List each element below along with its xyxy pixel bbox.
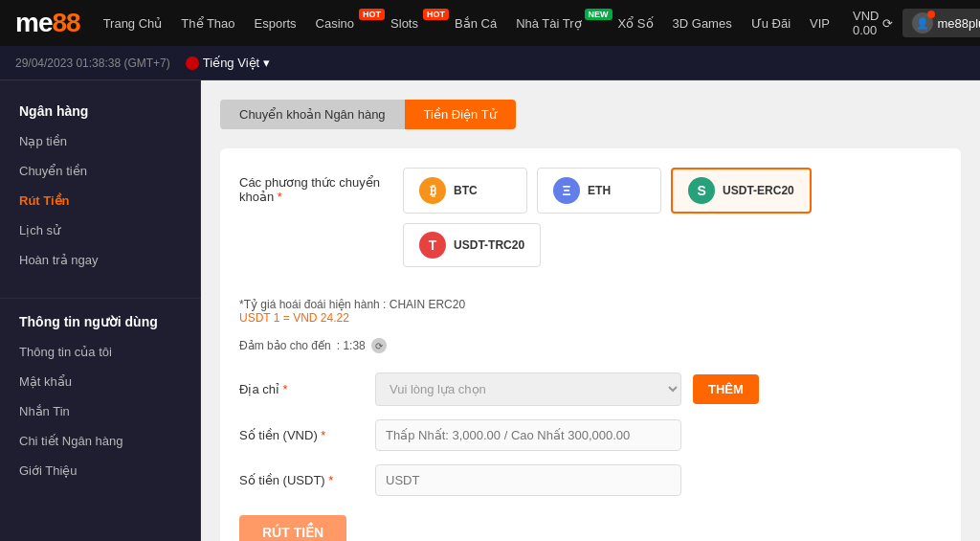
- refresh-icon[interactable]: ⟳: [371, 338, 387, 353]
- tab-bank-transfer[interactable]: Chuyển khoản Ngân hàng: [220, 100, 405, 129]
- main-layout: Ngân hàng Nạp tiền Chuyển tiền Rút Tiền …: [0, 80, 980, 541]
- nav-right: VND 0.00 ⟳ 👤 me88plus ▾ ⋮⋮ NẠP TIỀN ĐĂNG…: [853, 2, 980, 44]
- bank-section: Ngân hàng Nạp tiền Chuyển tiền Rút Tiền …: [0, 96, 200, 275]
- content-area: Chuyển khoản Ngân hàng Tiền Điện Tử Các …: [201, 80, 980, 541]
- sidebar-item-nhan-tin[interactable]: Nhắn Tin: [0, 396, 200, 426]
- submit-row: RÚT TIỀN: [239, 509, 942, 541]
- bank-section-title: Ngân hàng: [0, 96, 200, 126]
- nav-esports[interactable]: Esports: [255, 16, 297, 31]
- nav-ban-ca[interactable]: Bắn Cá: [455, 16, 497, 31]
- crypto-eth[interactable]: Ξ ETH: [537, 168, 661, 214]
- usdt-erc20-label: USDT-ERC20: [723, 184, 794, 197]
- top-nav: me88 Trang Chủ Thể Thao Esports Casino H…: [0, 0, 980, 46]
- btc-label: BTC: [454, 184, 478, 197]
- nav-3d-games[interactable]: 3D Games: [673, 16, 732, 31]
- tab-crypto[interactable]: Tiền Điện Tử: [405, 100, 516, 129]
- crypto-options: ₿ BTC Ξ ETH S USDT-ERC20 T USDT-TRC20: [403, 168, 942, 267]
- rate-value: USDT 1 = VND 24.22: [239, 311, 942, 325]
- so-tien-vnd-label: Số tiền (VND) *: [239, 428, 364, 442]
- language-label: Tiếng Việt: [203, 56, 259, 70]
- address-row: Địa chỉ * Vui lòng lựa chọn THÊM: [239, 372, 942, 406]
- lang-chevron-icon: ▾: [263, 56, 270, 70]
- rate-note-text: *Tỷ giá hoái đoái hiện hành : CHAIN ERC2…: [239, 298, 942, 311]
- eth-label: ETH: [588, 184, 611, 197]
- crypto-btc[interactable]: ₿ BTC: [403, 168, 527, 214]
- address-label: Địa chỉ *: [239, 382, 364, 396]
- guarantee-time: : 1:38: [337, 339, 366, 352]
- tab-bar: Chuyển khoản Ngân hàng Tiền Điện Tử: [220, 100, 961, 129]
- flag-icon: [186, 56, 199, 70]
- nav-slots[interactable]: Slots HOT: [390, 16, 435, 31]
- crypto-section-label: Các phương thức chuyển khoản *: [239, 168, 388, 204]
- crypto-usdt-erc20[interactable]: S USDT-ERC20: [671, 168, 812, 214]
- address-select[interactable]: Vui lòng lựa chọn: [375, 372, 681, 406]
- so-tien-vnd-input[interactable]: [375, 419, 681, 451]
- user-badge: 👤: [912, 12, 933, 34]
- user-menu-button[interactable]: 👤 me88plus ▾: [902, 9, 980, 37]
- datetime-display: 29/04/2023 01:38:38 (GMT+7): [15, 56, 170, 70]
- so-tien-usdt-input[interactable]: [375, 464, 681, 496]
- sidebar-divider: [0, 298, 200, 299]
- so-tien-vnd-row: Số tiền (VND) *: [239, 419, 942, 451]
- guarantee-label: Đảm bảo cho đến: [239, 339, 331, 352]
- nav-vip[interactable]: VIP: [810, 16, 830, 31]
- slots-badge: HOT: [423, 9, 449, 20]
- user-section-title: Thông tin người dùng: [0, 306, 200, 337]
- sidebar-item-nap-tien[interactable]: Nạp tiền: [0, 126, 200, 156]
- sidebar-item-thong-tin-cua-toi[interactable]: Thông tin của tôi: [0, 337, 200, 367]
- nav-links: Trang Chủ Thể Thao Esports Casino HOT Sl…: [103, 16, 830, 31]
- sidebar-item-chi-tiet-ngan-hang[interactable]: Chi tiết Ngân hàng: [0, 426, 200, 456]
- btc-icon: ₿: [419, 177, 446, 204]
- sidebar-item-mat-khau[interactable]: Mật khẩu: [0, 367, 200, 396]
- nav-the-thao[interactable]: Thể Thao: [181, 16, 234, 31]
- balance-icon: ⟳: [882, 16, 893, 31]
- guarantee-row: Đảm bảo cho đến : 1:38 ⟳: [239, 338, 942, 353]
- usdt-erc-icon: S: [688, 177, 715, 204]
- secondary-bar: 29/04/2023 01:38:38 (GMT+7) Tiếng Việt ▾: [0, 46, 980, 80]
- sidebar-item-lich-su[interactable]: Lịch sử: [0, 215, 200, 245]
- sidebar-item-rut-tien[interactable]: Rút Tiền: [0, 186, 200, 215]
- rut-tien-button[interactable]: RÚT TIỀN: [239, 515, 346, 541]
- form-section: Các phương thức chuyển khoản * ₿ BTC Ξ E…: [220, 148, 961, 541]
- sidebar-item-chuyen-tien[interactable]: Chuyển tiền: [0, 156, 200, 186]
- them-button[interactable]: THÊM: [693, 374, 759, 404]
- username-label: me88plus: [937, 16, 980, 31]
- nav-nha-tai-tro[interactable]: Nhà Tài Trợ NEW: [516, 16, 598, 31]
- required-star: *: [278, 190, 282, 204]
- nav-xo-so[interactable]: Xổ Số: [618, 16, 654, 31]
- sidebar-item-gioi-thieu[interactable]: Giới Thiệu: [0, 456, 200, 485]
- nha-tai-tro-badge: NEW: [585, 9, 612, 20]
- balance-display: VND 0.00 ⟳: [853, 9, 893, 37]
- nav-trang-chu[interactable]: Trang Chủ: [103, 16, 163, 31]
- usdt-trc-icon: T: [419, 232, 446, 259]
- usdt-trc20-label: USDT-TRC20: [454, 238, 524, 252]
- so-tien-usdt-label: Số tiền (USDT) *: [239, 473, 364, 487]
- nav-uu-dai[interactable]: Ưu Đãi: [751, 16, 791, 31]
- so-tien-usdt-row: Số tiền (USDT) *: [239, 464, 942, 496]
- notif-dot: [927, 11, 935, 18]
- eth-icon: Ξ: [553, 177, 580, 204]
- user-section: Thông tin người dùng Thông tin của tôi M…: [0, 306, 200, 485]
- sidebar: Ngân hàng Nạp tiền Chuyển tiền Rút Tiền …: [0, 80, 201, 541]
- sidebar-item-hoan-tra-ngay[interactable]: Hoàn trả ngay: [0, 245, 200, 275]
- casino-badge: HOT: [359, 9, 385, 20]
- crypto-usdt-trc20[interactable]: T USDT-TRC20: [403, 223, 541, 267]
- language-button[interactable]: Tiếng Việt ▾: [186, 56, 270, 70]
- logo: me88: [15, 8, 80, 38]
- rate-info: *Tỷ giá hoái đoái hiện hành : CHAIN ERC2…: [239, 298, 942, 325]
- nav-casino[interactable]: Casino HOT: [316, 16, 371, 31]
